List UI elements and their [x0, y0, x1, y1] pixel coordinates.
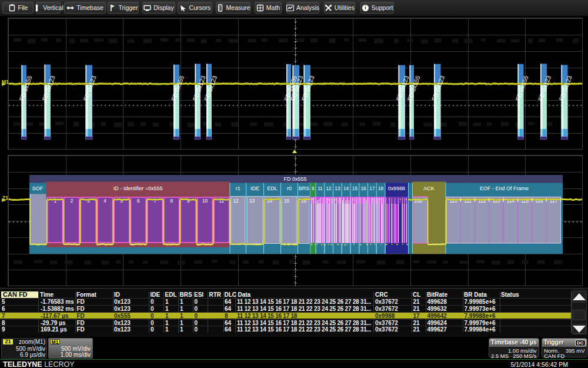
- svg-text:r1: r1: [235, 185, 240, 191]
- svg-text:15: 15: [283, 198, 289, 204]
- svg-text:2: 2: [70, 198, 73, 204]
- svg-text:15: 15: [352, 185, 358, 191]
- svg-text:ID - Identifier =0x555: ID - Identifier =0x555: [113, 185, 162, 191]
- svg-text:10: 10: [202, 198, 208, 204]
- svg-text:13: 13: [249, 198, 255, 204]
- svg-text:16: 16: [360, 185, 366, 191]
- svg-text:4: 4: [103, 198, 106, 204]
- svg-text:6: 6: [136, 198, 139, 204]
- svg-text:IDE: IDE: [250, 185, 259, 191]
- svg-text:17: 17: [369, 185, 375, 191]
- svg-text:13: 13: [335, 185, 340, 191]
- svg-text:ACK: ACK: [423, 185, 435, 191]
- svg-text:i: i: [365, 5, 366, 11]
- svg-text:11: 11: [318, 185, 323, 191]
- svg-text:EDL: EDL: [267, 185, 278, 191]
- svg-text:8: 8: [311, 185, 314, 191]
- svg-text:0x9988: 0x9988: [388, 185, 405, 191]
- svg-text:18: 18: [378, 185, 384, 191]
- svg-text:r0: r0: [286, 185, 291, 191]
- svg-text:8: 8: [170, 198, 173, 204]
- svg-text:FD 0x555: FD 0x555: [283, 176, 306, 182]
- svg-text:12: 12: [326, 185, 332, 191]
- svg-text:12: 12: [233, 198, 239, 204]
- svg-text:14: 14: [343, 185, 349, 191]
- svg-text:EOF - End Of Frame: EOF - End Of Frame: [479, 185, 528, 191]
- svg-text:BRS: BRS: [298, 185, 309, 191]
- svg-text:SOF: SOF: [32, 185, 43, 191]
